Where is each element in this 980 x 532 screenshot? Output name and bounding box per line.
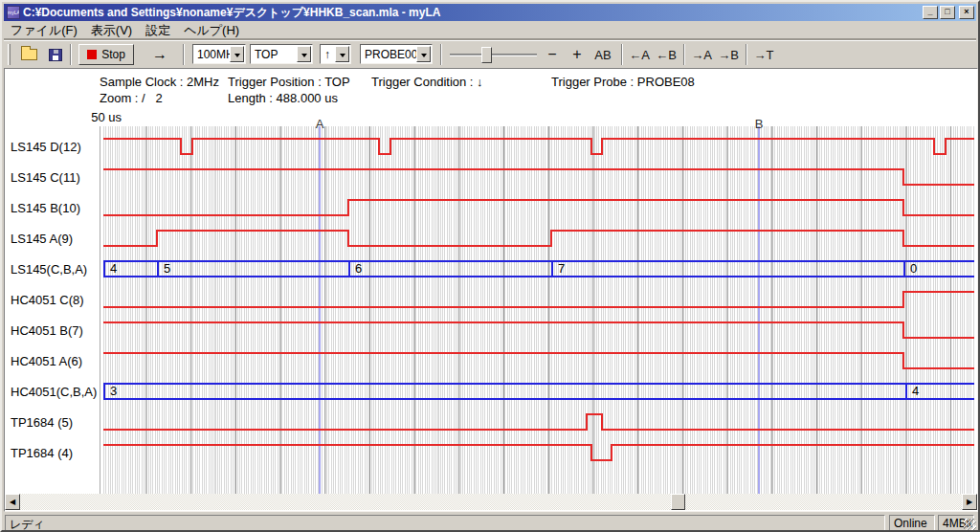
channel-label: LS145 D(12): [11, 140, 81, 155]
open-folder-icon: [21, 49, 37, 60]
save-floppy-icon: [49, 49, 62, 61]
marker-b-label: B: [752, 117, 766, 131]
chevron-down-icon[interactable]: [230, 46, 244, 62]
bus-value: 5: [164, 261, 170, 276]
chevron-down-icon[interactable]: [335, 46, 349, 62]
trigger-probe-combo[interactable]: PROBE00: [360, 44, 433, 64]
scrollbar-thumb[interactable]: [671, 494, 685, 510]
chevron-down-icon[interactable]: [297, 46, 311, 62]
channel-trace: [103, 169, 974, 185]
bus-value: 6: [355, 261, 362, 276]
bus-value: 4: [912, 384, 919, 398]
zoom-slider[interactable]: [450, 54, 537, 56]
trigger-position-info: Trigger Position : TOP: [228, 75, 350, 89]
sample-clock-info: Sample Clock : 2MHz: [100, 75, 219, 89]
menu-bar: ファイル(F)表示(V)設定ヘルプ(H): [4, 22, 976, 39]
toolbar: Stop → 100MHz TOP ↑ PROBE00 − + AB ←A ←B: [4, 40, 976, 67]
close-button[interactable]: ×: [959, 6, 974, 19]
toolbar-separator: [70, 44, 72, 65]
channel-label: LS145 A(9): [11, 232, 73, 247]
channel-label: HC4051 B(7): [11, 323, 83, 339]
channel-trace: [103, 445, 974, 460]
channel-label: HC4051(C,B,A): [11, 385, 97, 400]
save-button[interactable]: [44, 45, 67, 64]
set-marker-a-button[interactable]: ←A: [627, 45, 652, 64]
channel-label: HC4051 A(6): [11, 354, 82, 369]
channel-trace: [103, 292, 974, 307]
stop-icon: [87, 50, 97, 59]
minimize-button[interactable]: _: [923, 6, 938, 19]
channel-trace: [103, 200, 974, 215]
scroll-right-button[interactable]: ▶: [962, 494, 977, 510]
waveform-client-area: Sample Clock : 2MHz Trigger Position : T…: [4, 68, 978, 512]
channel-label: HC4051 C(8): [11, 293, 84, 308]
channel-trace: [103, 353, 974, 368]
run-button[interactable]: →: [145, 44, 174, 65]
toolbar-separator: [440, 44, 442, 65]
horizontal-scrollbar[interactable]: ◀ ▶: [5, 494, 977, 510]
maximize-button[interactable]: □: [940, 6, 955, 19]
timebase-label: 50 us: [60, 110, 122, 124]
open-button[interactable]: [17, 45, 40, 64]
menu-item-0[interactable]: ファイル(F): [4, 21, 84, 40]
label-grid-divider: [100, 126, 100, 494]
menu-item-2[interactable]: 設定: [139, 21, 177, 40]
app-window: myLA C:¥Documents and Settings¥noname¥デス…: [0, 0, 980, 532]
length-info: Length : 488.000 us: [228, 91, 338, 105]
channel-trace: [103, 231, 974, 246]
toolbar-separator: [183, 44, 185, 65]
title-bar[interactable]: myLA C:¥Documents and Settings¥noname¥デス…: [4, 4, 976, 21]
zoom-slider-thumb[interactable]: [481, 47, 492, 63]
resize-grip[interactable]: [964, 519, 976, 531]
waveform-grid[interactable]: 4567034: [103, 126, 974, 494]
status-message: レディ: [5, 515, 885, 531]
trigger-edge-combo[interactable]: ↑: [320, 44, 351, 64]
zoom-info: Zoom : / 2: [100, 91, 163, 105]
toolbar-separator: [683, 44, 685, 65]
channel-trace: [103, 139, 974, 154]
trigger-condition-info: Trigger Condition : ↓: [371, 75, 483, 89]
trigger-probe-info: Trigger Probe : PROBE08: [551, 75, 695, 89]
toolbar-grip: [8, 44, 11, 65]
status-bar: レディ Online 4MBit: [4, 514, 976, 532]
marker-a-label: A: [313, 117, 326, 131]
online-status-badge: Online: [889, 515, 935, 531]
trigger-position-combo[interactable]: TOP: [250, 44, 313, 64]
goto-marker-b-button[interactable]: →B: [716, 45, 741, 64]
goto-marker-a-button[interactable]: →A: [689, 45, 714, 64]
zoom-in-button[interactable]: +: [567, 45, 588, 64]
channel-label: TP1684 (5): [11, 415, 73, 431]
stop-label: Stop: [101, 48, 125, 61]
bus-value: 7: [558, 261, 565, 276]
bus-value: 3: [110, 384, 117, 398]
set-marker-b-button[interactable]: ←B: [654, 45, 679, 64]
goto-trigger-button[interactable]: →T: [751, 45, 776, 64]
trigger-edge-value: ↑: [324, 48, 330, 61]
bus-value: 4: [110, 261, 117, 276]
menu-item-1[interactable]: 表示(V): [84, 21, 139, 40]
window-title: C:¥Documents and Settings¥noname¥デスクトップ¥…: [23, 5, 919, 21]
channel-label: TP1684 (4): [11, 446, 73, 461]
channel-trace: [103, 322, 974, 338]
toolbar-separator: [746, 44, 747, 65]
channel-label: LS145 C(11): [11, 170, 80, 186]
channel-label: LS145(C,B,A): [11, 262, 87, 277]
zoom-out-button[interactable]: −: [542, 45, 563, 64]
channel-label: LS145 B(10): [11, 201, 80, 216]
stop-button[interactable]: Stop: [78, 44, 134, 65]
trigger-position-value: TOP: [255, 48, 278, 61]
waveform-svg: 4567034: [103, 126, 974, 494]
bus-value: 0: [910, 261, 917, 276]
chevron-down-icon[interactable]: [416, 46, 431, 62]
sample-clock-combo[interactable]: 100MHz: [192, 44, 246, 64]
menu-item-3[interactable]: ヘルプ(H): [177, 21, 246, 40]
scroll-left-button[interactable]: ◀: [5, 494, 20, 510]
ab-span-button[interactable]: AB: [590, 45, 616, 64]
toolbar-separator: [621, 44, 623, 65]
trigger-probe-value: PROBE00: [365, 48, 417, 61]
channel-trace: [103, 414, 974, 430]
app-icon: myLA: [7, 6, 20, 19]
